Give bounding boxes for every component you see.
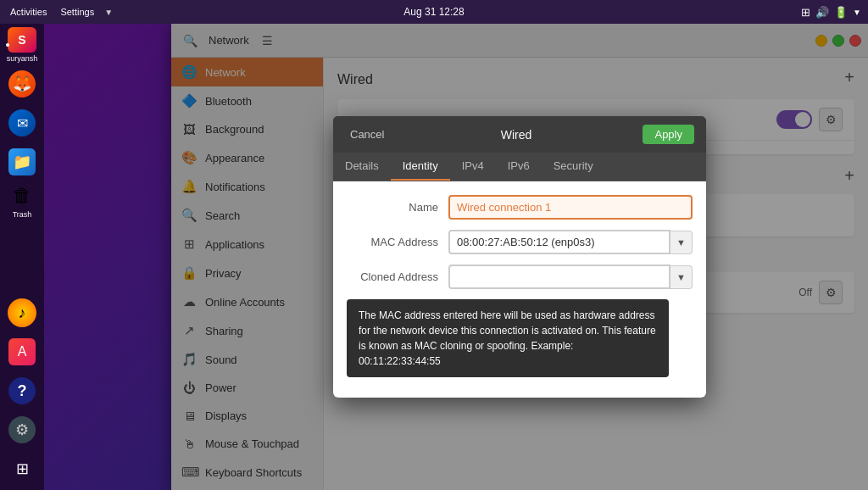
name-input[interactable]	[448, 195, 693, 220]
activities-btn[interactable]: Activities	[7, 5, 50, 19]
topbar: Activities Settings ▼ Aug 31 12:28 ⊞ 🔊 🔋…	[0, 0, 868, 24]
settings-icon: ⚙	[8, 416, 36, 443]
settings-btn[interactable]: Settings	[57, 5, 97, 19]
taskbar-icon-suryansh[interactable]: S suryansh	[4, 27, 40, 63]
battery-icon: 🔋	[834, 6, 848, 19]
tab-ipv4[interactable]: IPv4	[450, 153, 496, 181]
topbar-arrow[interactable]: ▼	[853, 8, 861, 17]
desktop-content: 🔍 Network ☰ ─ □ ✕ 🌐 Network	[44, 24, 868, 490]
taskbar-icon-settings[interactable]: ⚙	[4, 412, 40, 448]
cloned-dropdown-btn[interactable]: ▼	[670, 265, 693, 289]
modal-tabs: Details Identity IPv4 IPv6 Security	[333, 153, 706, 181]
taskbar-icon-firefox[interactable]: 🦊	[4, 66, 40, 102]
suryansh-initial: S	[18, 33, 25, 47]
mac-input[interactable]	[448, 230, 670, 254]
tab-security[interactable]: Security	[542, 153, 605, 181]
firefox-icon: 🦊	[8, 70, 36, 97]
suryansh-label: suryansh	[7, 54, 38, 63]
wired-modal: Cancel Wired Apply Details Identity IPv4…	[333, 116, 706, 398]
taskbar-icon-files[interactable]: 📁	[4, 144, 40, 180]
modal-header: Cancel Wired Apply	[333, 116, 706, 153]
taskbar-icon-appstore[interactable]: A	[4, 334, 40, 370]
tab-ipv6[interactable]: IPv6	[496, 153, 542, 181]
modal-content: Name MAC Address ▼	[333, 181, 706, 398]
tab-identity[interactable]: Identity	[391, 153, 450, 181]
mac-dropdown-btn[interactable]: ▼	[670, 231, 693, 254]
settings-arrow: ▼	[104, 8, 113, 17]
modal-cancel-btn[interactable]: Cancel	[345, 126, 389, 142]
volume-icon[interactable]: 🔊	[815, 6, 829, 19]
modal-overlay: Cancel Wired Apply Details Identity IPv4…	[171, 24, 868, 490]
tooltip-text: The MAC address entered here will be use…	[359, 309, 656, 367]
settings-window: 🔍 Network ☰ ─ □ ✕ 🌐 Network	[171, 24, 868, 490]
trash-icon: 🗑	[8, 183, 36, 209]
tooltip-box: The MAC address entered here will be use…	[347, 299, 669, 377]
music-icon: ♪	[8, 298, 36, 327]
name-label: Name	[347, 201, 448, 214]
help-icon: ?	[8, 377, 36, 404]
thunderbird-icon: ✉	[8, 109, 36, 136]
taskbar-icon-grid[interactable]: ⊞	[4, 451, 40, 487]
taskbar-icon-help[interactable]: ?	[4, 373, 40, 409]
form-row-name: Name	[347, 195, 693, 220]
taskbar-icon-music[interactable]: ♪	[4, 295, 40, 331]
trash-label: Trash	[13, 210, 32, 219]
taskbar-icon-thunderbird[interactable]: ✉	[4, 105, 40, 141]
cloned-select-row: ▼	[448, 264, 693, 289]
taskbar-icon-trash[interactable]: 🗑 Trash	[4, 183, 40, 219]
taskbar: S suryansh 🦊 ✉ 📁 🗑 Trash ♪ A	[0, 24, 44, 490]
files-icon: 📁	[8, 148, 36, 175]
mac-label: MAC Address	[347, 236, 448, 248]
mac-select-row: ▼	[448, 230, 693, 254]
modal-apply-btn[interactable]: Apply	[643, 125, 694, 144]
topbar-datetime: Aug 31 12:28	[403, 6, 464, 18]
network-icon: ⊞	[801, 6, 810, 19]
modal-title: Wired	[389, 128, 643, 142]
topbar-left: Activities Settings ▼	[7, 5, 113, 19]
cloned-input[interactable]	[448, 264, 670, 289]
form-row-cloned: Cloned Address ▼	[347, 264, 693, 289]
topbar-right: ⊞ 🔊 🔋 ▼	[801, 6, 861, 19]
cloned-label: Cloned Address	[347, 270, 448, 283]
appstore-icon: A	[8, 338, 36, 365]
tab-details[interactable]: Details	[333, 153, 391, 181]
suryansh-avatar: S	[8, 27, 36, 53]
desktop: S suryansh 🦊 ✉ 📁 🗑 Trash ♪ A	[0, 24, 868, 490]
grid-icon: ⊞	[8, 455, 36, 482]
form-row-mac: MAC Address ▼	[347, 230, 693, 254]
